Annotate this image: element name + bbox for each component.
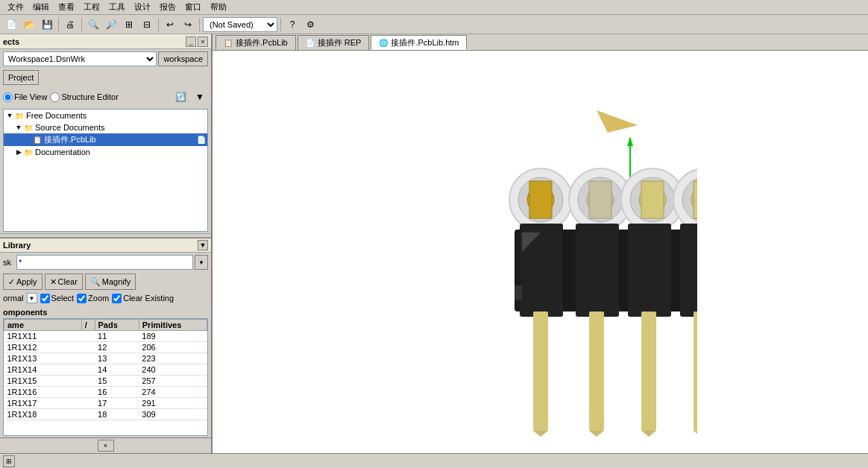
toolbar-open[interactable]: 📂 xyxy=(21,16,37,33)
expand-documentation: ▶ xyxy=(14,148,23,156)
toolbar-zoom-out[interactable]: 🔎 xyxy=(103,16,119,33)
clear-label: Clear xyxy=(58,277,78,286)
expand-pcblib xyxy=(23,136,32,145)
tree-item-pcblib[interactable]: 📋 接插件.PcbLib 📄 xyxy=(4,133,207,146)
folder-icon-documentation: 📁 xyxy=(23,147,34,157)
toolbar-print[interactable]: 🖨 xyxy=(62,16,78,33)
workspace-button[interactable]: workspace xyxy=(158,51,208,66)
project-button[interactable]: Project xyxy=(3,70,39,85)
svg-rect-26 xyxy=(515,285,522,300)
status-icon: ⊞ xyxy=(3,455,15,467)
toolbar-help[interactable]: ? xyxy=(284,16,301,33)
select-checkbox-label[interactable]: Select xyxy=(40,294,75,303)
clear-existing-checkbox[interactable] xyxy=(112,294,122,303)
clear-button[interactable]: ✕ Clear xyxy=(45,273,83,290)
menu-view[interactable]: 查看 xyxy=(54,0,79,14)
toolbar-zoom-area[interactable]: ⊟ xyxy=(139,16,155,33)
file-view-radio-label[interactable]: File View xyxy=(3,92,47,102)
file-view-radio[interactable] xyxy=(3,92,13,102)
table-row[interactable]: 1R1X18 18 309 xyxy=(4,409,207,420)
toolbar-undo[interactable]: ↩ xyxy=(162,16,178,33)
tree-item-documentation[interactable]: ▶ 📁 Documentation xyxy=(4,146,207,158)
expand-free-docs: ▼ xyxy=(5,111,14,120)
toolbar-mode-select[interactable]: (Not Saved) xyxy=(203,17,277,32)
main-area: ects _ × Workspace1.DsnWrk workspace Pro… xyxy=(0,34,868,453)
view-row: File View Structure Editor 🔃 ▼ xyxy=(0,86,211,107)
view-refresh-btn[interactable]: 🔃 xyxy=(172,89,189,105)
select-checkbox[interactable] xyxy=(40,294,50,303)
pcblib-indicator: 📄 xyxy=(197,136,206,144)
svg-rect-30 xyxy=(641,312,656,431)
right-panel: 📋 接插件.PcbLib 📄 接插件 REP 🌐 接插件.PcbLib.htm xyxy=(213,34,868,453)
filter-dropdown-arrow[interactable]: ▼ xyxy=(27,293,37,303)
projects-minimize[interactable]: _ xyxy=(186,37,196,47)
cell-name: 1R1X12 xyxy=(4,342,82,353)
menu-design[interactable]: 设计 xyxy=(130,0,155,14)
table-row[interactable]: 1R1X14 14 240 xyxy=(4,364,207,376)
menu-report[interactable]: 报告 xyxy=(155,0,180,14)
action-row: ✓ Apply ✕ Clear 🔍 Magnify xyxy=(0,272,211,291)
menu-edit[interactable]: 编辑 xyxy=(28,0,54,14)
cell-name: 1R1X16 xyxy=(4,387,82,398)
search-dropdown-btn[interactable]: ▼ xyxy=(195,255,208,270)
tree-item-free-docs[interactable]: ▼ 📁 Free Documents xyxy=(4,110,207,121)
table-row[interactable]: 1R1X17 17 291 xyxy=(4,398,207,409)
menu-help[interactable]: 帮助 xyxy=(206,0,231,14)
library-section: Library ▼ sk ▼ ✓ Apply ✕ Clear xyxy=(0,238,211,437)
table-row[interactable]: 1R1X12 12 206 xyxy=(4,342,207,353)
toolbar-zoom-fit[interactable]: ⊞ xyxy=(121,16,137,33)
structure-editor-radio[interactable] xyxy=(50,92,60,102)
tab-htm[interactable]: 🌐 接插件.PcbLib.htm xyxy=(371,35,467,50)
cell-primitives: 240 xyxy=(139,364,207,376)
view-options-btn[interactable]: ▼ xyxy=(192,89,208,105)
zoom-checkbox[interactable] xyxy=(77,294,87,303)
svg-rect-16 xyxy=(641,181,664,218)
zoom-checkbox-label[interactable]: Zoom xyxy=(77,294,109,303)
tab-bar: 📋 接插件.PcbLib 📄 接插件 REP 🌐 接插件.PcbLib.htm xyxy=(213,34,868,51)
cell-pads: 17 xyxy=(95,398,139,409)
table-row[interactable]: 1R1X11 11 189 xyxy=(4,331,207,342)
toolbar-new[interactable]: 📄 xyxy=(3,16,19,33)
col-header-pads: Pads xyxy=(95,320,139,331)
tab-pcblib[interactable]: 📋 接插件.PcbLib xyxy=(216,35,296,50)
tab-rep-label: 接插件 REP xyxy=(318,37,362,48)
projects-close[interactable]: × xyxy=(198,37,208,47)
table-row[interactable]: 1R1X16 16 274 xyxy=(4,387,207,398)
toolbar-redo[interactable]: ↪ xyxy=(180,16,196,33)
cell-pads: 18 xyxy=(95,409,139,420)
cell-slash xyxy=(81,331,95,342)
clear-existing-checkbox-label[interactable]: Clear Existing xyxy=(112,294,174,303)
structure-editor-radio-label[interactable]: Structure Editor xyxy=(50,92,118,102)
menu-window[interactable]: 窗口 xyxy=(180,0,206,14)
source-docs-label: Source Documents xyxy=(35,123,105,132)
tree-item-source-docs[interactable]: ▼ 📁 Source Documents xyxy=(4,121,207,133)
toolbar-settings[interactable]: ⚙ xyxy=(302,16,318,33)
menu-file[interactable]: 文件 xyxy=(3,0,28,14)
apply-button[interactable]: ✓ Apply xyxy=(3,273,43,290)
workspace-select[interactable]: Workspace1.DsnWrk xyxy=(3,51,157,66)
table-row[interactable]: 1R1X15 15 257 xyxy=(4,376,207,387)
menu-project[interactable]: 工程 xyxy=(79,0,104,14)
cell-pads: 14 xyxy=(95,364,139,376)
status-bar: ⊞ xyxy=(0,453,868,468)
toolbar-save[interactable]: 💾 xyxy=(39,16,55,33)
search-input[interactable] xyxy=(16,255,193,270)
magnify-button[interactable]: 🔍 Magnify xyxy=(85,273,136,290)
filter-row: ormal Normal ▼ Select Zoom Clear Exi xyxy=(0,291,211,305)
canvas-area[interactable] xyxy=(213,51,868,453)
tab-rep-icon: 📄 xyxy=(306,39,315,47)
toolbar-zoom-in[interactable]: 🔍 xyxy=(85,16,101,33)
tab-rep[interactable]: 📄 接插件 REP xyxy=(298,35,370,50)
folder-icon-source-docs: 📁 xyxy=(23,122,34,133)
menu-tools[interactable]: 工具 xyxy=(104,0,130,14)
cell-slash xyxy=(81,353,95,364)
menu-bar: 文件 编辑 查看 工程 工具 设计 报告 窗口 帮助 xyxy=(0,0,868,15)
cell-name: 1R1X11 xyxy=(4,331,82,342)
col-header-primitives: Primitives xyxy=(139,320,207,331)
col-header-name: ame xyxy=(4,320,82,331)
project-row: Project xyxy=(0,69,211,86)
bottom-close-btn[interactable]: × xyxy=(98,440,114,452)
library-expand[interactable]: ▼ xyxy=(198,240,208,250)
cell-primitives: 223 xyxy=(139,353,207,364)
table-row[interactable]: 1R1X13 13 223 xyxy=(4,353,207,364)
